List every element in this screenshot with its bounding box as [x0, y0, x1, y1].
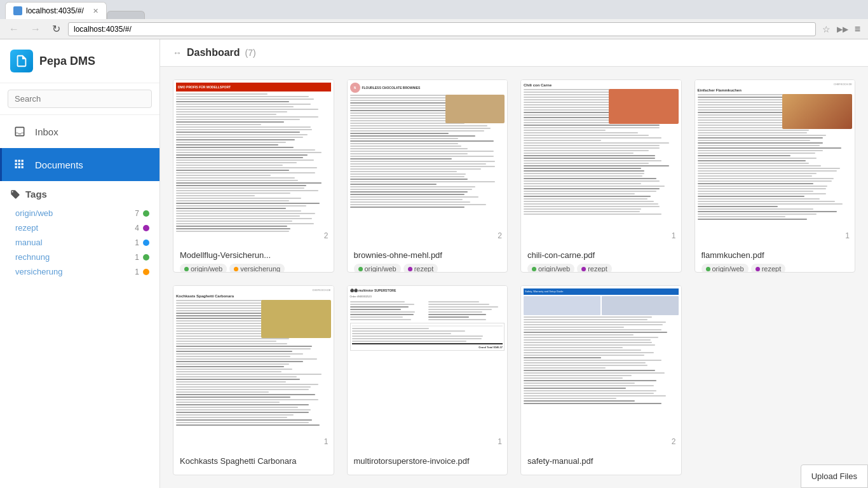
tab-close-button[interactable]: ✕	[93, 7, 98, 15]
browser-toolbar: ← → ↻ ☆ ▶▶ ≡	[0, 19, 868, 39]
document-info: brownies-ohne-mehl.pdforigin/webrezept	[348, 245, 508, 273]
sidebar-tag-item[interactable]: versicherung 1	[10, 264, 149, 279]
tags-list: origin/web 7 rezept 4 manual 1 rechnung …	[10, 206, 149, 279]
tag-name: rezept	[15, 223, 135, 233]
document-tags: origin/webrezept	[527, 264, 675, 273]
page-count: 2	[324, 231, 329, 240]
document-tag[interactable]: rezept	[577, 264, 612, 273]
page-count: 1	[324, 437, 329, 446]
back-button[interactable]: ←	[5, 22, 23, 36]
document-info: multirotorsuperstore-invoice.pdf	[348, 451, 508, 475]
bookmark-icon[interactable]: ☆	[820, 23, 833, 36]
tag-name: origin/web	[15, 208, 135, 218]
sidebar-tag-item[interactable]: rechnung 1	[10, 250, 149, 264]
page-title: Dashboard	[187, 47, 240, 58]
tag-dot	[143, 210, 149, 217]
tag-count: 7	[135, 209, 139, 218]
tag-dot-indicator	[756, 267, 760, 271]
document-tag[interactable]: rezept	[751, 264, 786, 273]
documents-grid: DMO PROFIS FÜR MODELLSPORT 2Modellflug-V…	[160, 67, 868, 488]
tab-favicon	[13, 6, 22, 15]
sidebar-item-documents[interactable]: Documents	[0, 148, 159, 181]
document-tags: origin/webrezept	[354, 264, 501, 273]
document-tag[interactable]: origin/web	[527, 264, 574, 273]
inactive-tab[interactable]	[107, 11, 145, 19]
sidebar-tag-item[interactable]: origin/web 7	[10, 206, 149, 220]
document-card[interactable]: ⚫⚫ multirotor SUPERSTORE Order #N0000252…	[347, 285, 508, 475]
sidebar: Pepa DMS Inbox Documents Tags	[0, 39, 160, 488]
reload-button[interactable]: ↻	[48, 22, 64, 36]
page-count: 1	[498, 437, 502, 446]
document-thumbnail: ⚫⚫ multirotor SUPERSTORE Order #N0000252…	[348, 286, 508, 451]
tag-dot	[143, 254, 149, 261]
sidebar-nav: Inbox Documents	[0, 115, 159, 181]
sidebar-item-inbox[interactable]: Inbox	[0, 115, 159, 148]
document-tag[interactable]: versicherung	[229, 264, 285, 273]
document-info: safety-manual.pdf	[521, 451, 681, 475]
app-container: Pepa DMS Inbox Documents Tags	[0, 39, 868, 488]
menu-icon[interactable]: ≡	[852, 22, 863, 36]
sidebar-tag-item[interactable]: manual 1	[10, 235, 149, 250]
document-thumbnail: CHEFKOCH.DE Einfacher Flammkuchen 1	[695, 80, 855, 245]
document-info: Modellflug-Versicherun...origin/webversi…	[173, 245, 334, 273]
document-info: Kochkasts Spaghetti Carbonara	[173, 451, 334, 475]
document-card[interactable]: N FLOURLESS CHOCOLATE BROWNIES 2brownies…	[347, 79, 508, 273]
browser-chrome: localhost:4035/#/ ✕ ← → ↻ ☆ ▶▶ ≡	[0, 0, 868, 39]
document-name: multirotorsuperstore-invoice.pdf	[354, 456, 501, 466]
forward-button[interactable]: →	[27, 22, 44, 36]
document-tags: origin/webrezept	[702, 264, 849, 273]
tag-dot-indicator	[234, 267, 238, 271]
inbox-icon	[12, 124, 27, 139]
tag-dot-indicator	[581, 267, 586, 271]
app-title: Pepa DMS	[39, 55, 95, 68]
page-count: 2	[498, 231, 502, 240]
url-bar[interactable]	[68, 22, 816, 36]
logo-svg	[15, 54, 29, 68]
sidebar-tag-item[interactable]: rezept 4	[10, 220, 149, 235]
document-tags: origin/webversicherung	[180, 264, 327, 273]
extensions-icon[interactable]: ▶▶	[837, 25, 848, 34]
main-content: ↔ Dashboard (7) DMO PROFIS FÜR MODELLSPO…	[160, 39, 868, 488]
active-tab[interactable]: localhost:4035/#/ ✕	[5, 2, 107, 19]
documents-icon	[12, 157, 27, 172]
tag-dot-indicator	[408, 267, 412, 271]
logo-icon	[10, 50, 33, 72]
tag-count: 4	[135, 224, 139, 233]
document-name: brownies-ohne-mehl.pdf	[354, 250, 501, 260]
document-card[interactable]: Chili con Carne 1chili-con-carne.pdforig…	[520, 79, 682, 273]
documents-label: Documents	[35, 159, 83, 170]
document-thumbnail: Safety, Warranty and Setup Guide 2	[521, 286, 681, 451]
breadcrumb-arrows: ↔	[173, 48, 182, 58]
tag-icon	[10, 189, 20, 200]
tag-dot-indicator	[184, 267, 189, 271]
main-header: ↔ Dashboard (7)	[160, 39, 868, 67]
document-name: safety-manual.pdf	[527, 456, 675, 466]
document-card[interactable]: DMO PROFIS FÜR MODELLSPORT 2Modellflug-V…	[173, 79, 334, 273]
document-name: flammkuchen.pdf	[702, 250, 849, 260]
page-count: 1	[845, 231, 850, 240]
page-count: 1	[672, 231, 676, 240]
search-input[interactable]	[8, 90, 152, 108]
document-tag[interactable]: origin/web	[702, 264, 749, 273]
tag-count: 1	[135, 238, 139, 247]
tag-dot-indicator	[706, 267, 710, 271]
document-card[interactable]: CHEFKOCH.DE Kochkasts Spaghetti Carbonar…	[173, 285, 334, 475]
document-thumbnail: Chili con Carne 1	[521, 80, 681, 245]
upload-files-button[interactable]: Upload Files	[801, 464, 868, 488]
tag-name: versicherung	[15, 267, 135, 276]
document-tag[interactable]: rezept	[403, 264, 438, 273]
document-tag[interactable]: origin/web	[354, 264, 401, 273]
tag-dot-indicator	[358, 267, 363, 271]
document-card[interactable]: Safety, Warranty and Setup Guide 2safety…	[520, 285, 682, 475]
document-name: chili-con-carne.pdf	[527, 250, 675, 260]
document-info: flammkuchen.pdforigin/webrezept	[695, 245, 855, 273]
document-tag[interactable]: origin/web	[180, 264, 227, 273]
document-card[interactable]: CHEFKOCH.DE Einfacher Flammkuchen 1flamm…	[695, 79, 856, 273]
search-box	[0, 83, 159, 115]
inbox-label: Inbox	[35, 126, 58, 137]
document-thumbnail: CHEFKOCH.DE Kochkasts Spaghetti Carbonar…	[173, 286, 334, 451]
document-name: Kochkasts Spaghetti Carbonara	[180, 456, 327, 466]
browser-tabs: localhost:4035/#/ ✕	[0, 0, 868, 19]
tag-count: 1	[135, 253, 139, 262]
tags-section: Tags origin/web 7 rezept 4 manual 1 rech…	[0, 181, 159, 287]
